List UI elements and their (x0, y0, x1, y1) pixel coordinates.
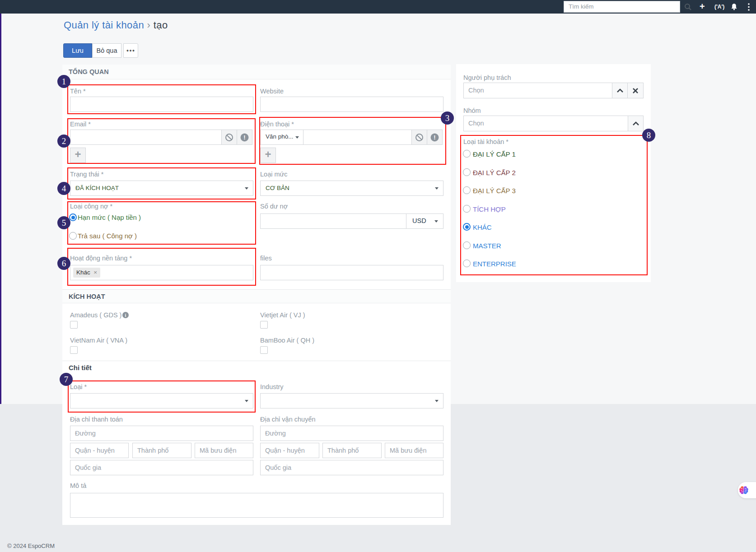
svg-text:i: i (125, 313, 126, 318)
